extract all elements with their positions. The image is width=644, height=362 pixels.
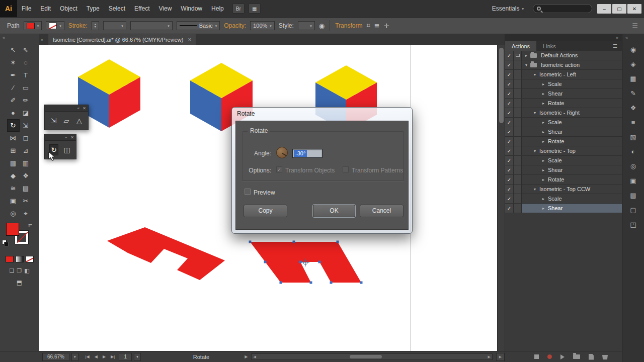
swatches-panel-icon[interactable]: ▦ xyxy=(626,72,641,85)
collapse-tabbar-icon[interactable]: « xyxy=(39,37,45,42)
column-graph-tool[interactable]: ▤ xyxy=(20,182,32,195)
expand-arrow-icon[interactable]: ▸ xyxy=(540,168,546,172)
copy-button[interactable]: Copy xyxy=(244,205,287,217)
toggle-dialog-cell[interactable] xyxy=(514,89,522,98)
expand-arrow-icon[interactable]: ▸ xyxy=(540,177,546,182)
ok-button[interactable]: OK xyxy=(313,205,355,217)
menu-effect[interactable]: Effect xyxy=(130,0,154,17)
transform-patterns-checkbox[interactable] xyxy=(343,166,349,172)
zoom-tool[interactable]: ⌖ xyxy=(20,207,32,220)
collapse-arrow-icon[interactable]: ▾ xyxy=(532,111,538,115)
status-expand-icon[interactable]: ▶ xyxy=(245,354,248,359)
appearance-panel-icon[interactable]: ◎ xyxy=(626,160,641,172)
play-button[interactable] xyxy=(560,354,565,359)
zoom-dropdown-button[interactable]: ▾ xyxy=(71,353,78,361)
first-artboard-button[interactable]: |◀ xyxy=(84,354,92,359)
scroll-left-icon[interactable]: ◀ xyxy=(253,355,256,359)
expand-arrow-icon[interactable]: ▸ xyxy=(540,130,546,134)
toggle-item-check[interactable]: ✓ xyxy=(505,108,514,117)
action-row-scale[interactable]: ✓▸Scale xyxy=(505,118,622,127)
toggle-item-check[interactable]: ✓ xyxy=(505,146,514,155)
collapse-arrow-icon[interactable]: ▾ xyxy=(532,149,538,153)
toggle-dialog-cell[interactable] xyxy=(514,156,522,165)
toggle-item-check[interactable]: ✓ xyxy=(505,156,514,165)
new-action-button[interactable] xyxy=(589,354,594,360)
action-row-scale[interactable]: ✓▸Scale xyxy=(505,79,622,89)
angle-input[interactable]: -30° xyxy=(292,149,323,158)
blob-brush-tool[interactable]: ● xyxy=(7,107,20,119)
expand-panels-icon[interactable]: « xyxy=(622,34,644,41)
paintbrush-tool[interactable]: ✐ xyxy=(7,94,20,107)
action-row-scale[interactable]: ✓▸Scale xyxy=(505,156,622,165)
free-transform-icon[interactable]: ✛ xyxy=(384,22,389,30)
menu-window[interactable]: Window xyxy=(176,0,207,17)
document-setup-icon[interactable]: ◉ xyxy=(319,22,325,30)
toggle-item-check[interactable]: ✓ xyxy=(505,204,514,213)
toggle-item-check[interactable]: ✓ xyxy=(505,118,514,127)
toggle-item-check[interactable]: ✓ xyxy=(505,194,514,203)
pen-tool[interactable]: ✒ xyxy=(7,69,20,81)
prev-artboard-button[interactable]: ◀ xyxy=(93,354,100,359)
artboard-number-input[interactable]: 1 xyxy=(119,353,132,361)
close-icon[interactable]: ✕ xyxy=(70,135,74,140)
action-row-isometric-right[interactable]: ✓▾Isometric - Right xyxy=(505,108,622,118)
toggle-item-check[interactable]: ✓ xyxy=(505,137,514,146)
align-icon[interactable]: ⌗ xyxy=(366,22,370,30)
action-row-default-actions[interactable]: ✓▸Default Actions xyxy=(505,51,622,60)
pencil-tool[interactable]: ✏ xyxy=(20,94,32,107)
navigator-panel-icon[interactable]: ◳ xyxy=(626,218,641,231)
toggle-dialog-cell[interactable] xyxy=(514,175,522,184)
color-mode-button[interactable] xyxy=(6,256,14,262)
menu-help[interactable]: Help xyxy=(207,0,228,17)
variable-width-profile-dropdown[interactable]: ▾ xyxy=(130,21,173,30)
close-tab-icon[interactable]: × xyxy=(188,36,191,43)
slice-tool[interactable]: ✂ xyxy=(20,195,32,207)
toggle-item-check[interactable]: ✓ xyxy=(505,165,514,174)
action-row-isometric-top-ccw[interactable]: ✓▾Isometric - Top CCW xyxy=(505,185,622,194)
toggle-item-check[interactable]: ✓ xyxy=(505,79,514,88)
collapse-arrow-icon[interactable]: ▾ xyxy=(532,72,538,77)
collapse-tools-icon[interactable]: « xyxy=(0,34,39,41)
none-mode-button[interactable] xyxy=(26,256,34,262)
menu-file[interactable]: File xyxy=(17,0,36,17)
toggle-dialog-cell[interactable] xyxy=(514,79,522,88)
expand-arrow-icon[interactable]: ▸ xyxy=(540,120,546,125)
transparency-panel-icon[interactable]: ◐ xyxy=(626,145,641,158)
collapse-icon[interactable]: « xyxy=(65,135,67,140)
layers-panel-icon[interactable]: ▤ xyxy=(626,189,641,202)
color-panel-icon[interactable]: ◉ xyxy=(626,43,641,56)
magic-wand-tool[interactable]: ✶ xyxy=(7,56,20,69)
gradient-panel-icon[interactable]: ▧ xyxy=(626,131,641,143)
action-row-shear[interactable]: ✓▸Shear xyxy=(505,165,622,175)
new-set-button[interactable] xyxy=(573,354,580,359)
action-row-scale[interactable]: ✓▸Scale xyxy=(505,194,622,204)
type-tool[interactable]: T xyxy=(20,69,32,81)
document-tab[interactable]: Isometric [Converted].ai* @ 66.67% (CMYK… xyxy=(48,34,196,45)
toggle-dialog-cell[interactable] xyxy=(514,118,522,127)
toggle-dialog-cell[interactable] xyxy=(514,60,522,69)
stroke-weight-dropdown[interactable]: ▾ xyxy=(103,21,126,30)
artboard-dropdown-button[interactable]: ▾ xyxy=(134,353,141,361)
floating-panel-header[interactable]: « ✕ xyxy=(45,134,76,141)
direct-selection-tool[interactable]: ⇖ xyxy=(20,44,32,56)
transform-objects-checkbox[interactable]: ✓ xyxy=(276,166,282,172)
menu-select[interactable]: Select xyxy=(104,0,130,17)
menu-type[interactable]: Type xyxy=(82,0,104,17)
reflect-tool[interactable]: ◫ xyxy=(62,144,71,155)
minimize-button[interactable]: – xyxy=(597,4,611,14)
mesh-tool[interactable]: ▦ xyxy=(7,157,20,169)
toggle-dialog-cell[interactable] xyxy=(514,70,522,79)
opacity-dropdown[interactable]: 100% ▾ xyxy=(250,21,275,30)
action-row-isometric-left[interactable]: ✓▾Isometric - Left xyxy=(505,70,622,79)
expand-arrow-icon[interactable]: ▸ xyxy=(540,92,546,96)
toggle-item-check[interactable]: ✓ xyxy=(505,185,514,194)
scroll-right-button[interactable]: ▶ xyxy=(496,353,505,361)
toggle-dialog-cell[interactable] xyxy=(514,51,522,60)
reshape-tool[interactable]: △ xyxy=(75,115,84,126)
rotate-tool[interactable]: ↻ xyxy=(7,119,20,132)
expand-arrow-icon[interactable]: ▸ xyxy=(523,53,529,58)
symbol-sprayer-tool[interactable]: ≋ xyxy=(7,182,20,195)
perspective-grid-tool[interactable]: ⊿ xyxy=(20,144,32,157)
toggle-item-check[interactable]: ✓ xyxy=(505,127,514,136)
brushes-panel-icon[interactable]: ✎ xyxy=(626,87,641,100)
